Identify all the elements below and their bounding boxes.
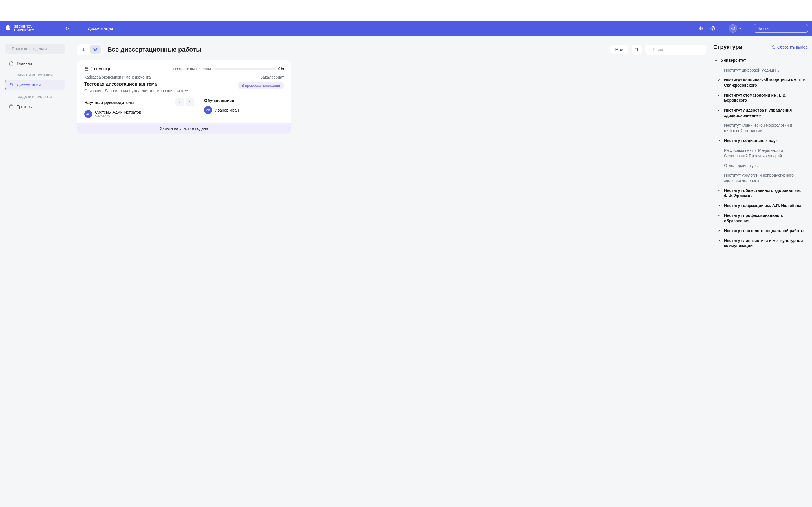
sidebar-section-science: НАУКА И ИННОВАЦИИ	[4, 73, 65, 77]
progress-value: 0%	[278, 66, 284, 71]
tree-item-label: Институт цифровой медицины	[724, 68, 808, 73]
graduation-icon	[9, 82, 13, 87]
application-banner: Заявка на участие подана	[77, 123, 291, 133]
breadcrumb[interactable]: Диссертации	[88, 26, 113, 31]
sidebar-item-label: Диссертации	[17, 83, 41, 87]
view-toggle	[77, 44, 102, 55]
divider	[691, 24, 691, 33]
chevron-down-icon	[717, 108, 721, 112]
tree-item[interactable]: Институт цифровой медицины	[716, 65, 808, 75]
undo-icon	[771, 45, 776, 49]
svg-rect-15	[85, 68, 88, 70]
tree-item-label: Отдел ординатуры	[724, 163, 808, 168]
logo[interactable]: SECHENOVUNIVERSITY	[4, 24, 34, 33]
supervisor-sub: Sechenov	[95, 114, 141, 118]
svg-rect-12	[9, 106, 13, 108]
semester-chip: 1 семестр	[84, 66, 110, 71]
tree-item-label: Институт психолого-социальной работы	[724, 228, 808, 233]
chevron-down-icon	[717, 188, 721, 192]
tree-item[interactable]: Институт клинической морфологии и цифров…	[716, 121, 808, 136]
tree-item[interactable]: Ресурсный центр "Медицинский Сеченовский…	[716, 146, 808, 161]
content-search-input[interactable]	[653, 47, 702, 52]
next-supervisor-button[interactable]	[186, 98, 194, 107]
tree-item[interactable]: Институт профессионального образования	[716, 211, 808, 226]
student-name: Иванов Иван	[215, 108, 239, 112]
tree-item[interactable]: Отдел ординатуры	[716, 161, 808, 171]
tree-item[interactable]: Институт социальных наук	[716, 136, 808, 146]
page-title: Все диссертационные работы	[107, 46, 201, 53]
pin-icon	[64, 26, 69, 31]
progress-bar	[214, 68, 275, 69]
structure-panel: Структура Сбросить выбор Университет Инс…	[713, 36, 812, 507]
sort-button[interactable]	[631, 45, 642, 55]
svg-point-5	[700, 29, 701, 30]
briefcase-icon	[9, 104, 13, 109]
help-button[interactable]	[709, 24, 717, 33]
tree-item[interactable]: Институт клинической медицины им. Н.В. С…	[716, 75, 808, 91]
tree-item-label: Институт социальных наук	[724, 138, 808, 144]
my-filter-button[interactable]: Мои	[610, 45, 628, 54]
svg-point-3	[700, 27, 701, 27]
tree-item-label: Институт лидерства и управления здравоох…	[724, 108, 808, 118]
tree-item-label: Институт лингвистики и межкультурной ком…	[724, 238, 808, 249]
supervisor-person[interactable]: АС Системы Администратор Sechenov	[84, 110, 194, 118]
chevron-down-icon	[717, 138, 721, 143]
chevron-down-icon	[717, 78, 721, 82]
divider	[748, 24, 748, 33]
chevron-down-icon	[738, 26, 742, 31]
reset-selection-button[interactable]: Сбросить выбор	[771, 45, 808, 50]
view-my-toggle[interactable]	[90, 45, 101, 54]
sidebar-search-input[interactable]	[12, 47, 61, 51]
help-icon	[710, 26, 715, 31]
tree-item[interactable]: Институт фармации им. А.П. Нелюбина	[716, 201, 808, 211]
chevron-down-icon	[717, 93, 721, 97]
tree-item[interactable]: Институт общественного здоровья им. Ф.Ф.…	[716, 186, 808, 201]
chevron-down-icon	[717, 204, 721, 208]
structure-title: Структура	[713, 44, 742, 50]
tree-item[interactable]: Институт стоматологии им. Е.В. Боровског…	[716, 91, 808, 106]
global-search[interactable]	[754, 24, 808, 33]
sidebar: Главная НАУКА И ИННОВАЦИИ Диссертации ЗА…	[0, 36, 70, 507]
view-all-toggle[interactable]	[78, 45, 89, 54]
thesis-title[interactable]: Тестовая диссертационная тема	[84, 82, 191, 87]
thesis-card: 1 семестр Прогресс выполнения 0% Кафедра…	[77, 60, 291, 133]
tree-item-label: Институт клинической морфологии и цифров…	[724, 123, 808, 133]
sliders-icon	[698, 26, 703, 31]
sidebar-search[interactable]	[4, 44, 65, 54]
thesis-description: Описание: Данная тема нужна для тестиров…	[84, 89, 191, 93]
brand-line2: UNIVERSITY	[14, 29, 34, 32]
tree-item[interactable]: Институт психолого-социальной работы	[716, 226, 808, 236]
student-person[interactable]: ИИ Иванов Иван	[204, 106, 284, 114]
tree-item-label: Институт урологии и репродуктивного здор…	[724, 173, 808, 183]
global-search-input[interactable]	[757, 26, 807, 31]
sidebar-item-trackers[interactable]: Трекеры	[4, 101, 65, 112]
settings-button[interactable]	[697, 24, 705, 33]
chevron-up-icon	[714, 58, 718, 62]
sidebar-item-home[interactable]: Главная	[4, 58, 65, 68]
main-content: Все диссертационные работы Мои	[70, 36, 713, 507]
user-avatar: ИИ	[728, 24, 737, 33]
tree-root[interactable]: Университет	[713, 55, 808, 65]
student-avatar: ИИ	[204, 106, 212, 114]
tree-item[interactable]: Институт лингвистики и межкультурной ком…	[716, 236, 808, 251]
chevron-right-icon	[188, 100, 192, 104]
supervisors-title: Научные руководители	[84, 100, 134, 105]
sidebar-item-dissertations[interactable]: Диссертации	[4, 80, 65, 90]
pin-button[interactable]	[62, 24, 71, 33]
book-icon	[81, 47, 86, 52]
chevron-left-icon	[177, 100, 182, 104]
prev-supervisor-button[interactable]	[175, 98, 184, 107]
svg-point-10	[9, 48, 9, 49]
content-search[interactable]	[645, 45, 706, 55]
chevron-down-icon	[717, 238, 721, 242]
logo-icon	[4, 24, 12, 33]
user-menu[interactable]: ИИ	[728, 24, 742, 33]
svg-point-13	[649, 49, 650, 50]
student-title: Обучающийся	[204, 98, 234, 103]
tree-item[interactable]: Институт лидерства и управления здравоох…	[716, 105, 808, 121]
status-badge: В процессе написания	[238, 82, 284, 89]
brand-line1: SECHENOV	[14, 25, 34, 28]
tree-item-label: Институт профессионального образования	[724, 213, 808, 224]
sidebar-item-label: Главная	[17, 61, 32, 66]
tree-item[interactable]: Институт урологии и репродуктивного здор…	[716, 170, 808, 186]
